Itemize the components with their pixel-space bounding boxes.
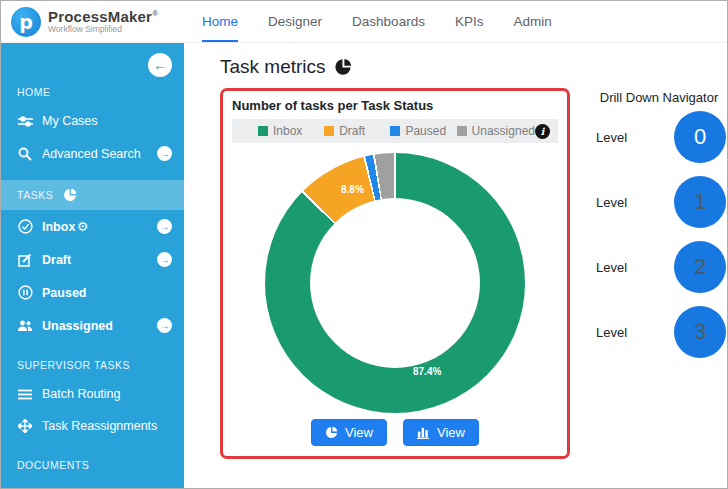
level-2-button[interactable]: 2 xyxy=(674,241,726,293)
nav-kpis[interactable]: KPIs xyxy=(455,1,484,42)
sidebar-item-my-documents[interactable]: My Documents xyxy=(1,478,184,489)
drill-down-navigator: Drill Down Navigator Level 0 Level 1 Lev… xyxy=(592,88,726,371)
sidebar-item-advanced-search[interactable]: Advanced Search → xyxy=(1,137,184,170)
sidebar-item-unassigned[interactable]: Unassigned → xyxy=(1,309,184,342)
legend-unassigned-label: Unassigned xyxy=(472,124,535,138)
sidebar-section-home: HOME xyxy=(1,77,184,105)
pie-view-label: View xyxy=(345,425,373,440)
task-reassignments-label: Task Reassignments xyxy=(42,419,172,433)
legend-item-inbox[interactable]: Inbox xyxy=(258,124,324,138)
sidebar-item-my-cases[interactable]: My Cases xyxy=(1,105,184,137)
task-status-chart-panel: Number of tasks per Task Status Inbox Dr… xyxy=(220,88,570,459)
inbox-slice-value: 87.4% xyxy=(413,366,441,377)
pause-circle-icon xyxy=(17,285,33,300)
draft-slice-value: 8.8% xyxy=(341,184,364,195)
level-1-label: Level xyxy=(596,195,627,210)
bar-view-button[interactable]: View xyxy=(403,419,479,446)
draft-swatch-icon xyxy=(324,126,334,136)
nav-admin[interactable]: Admin xyxy=(513,1,551,42)
brand-name: ProcessMaker xyxy=(48,8,152,25)
brand-text: ProcessMaker® Workflow Simplified xyxy=(48,9,158,35)
back-arrow-icon: ← xyxy=(153,57,167,73)
drill-level-0: Level 0 xyxy=(592,111,726,163)
unassigned-swatch-icon xyxy=(457,126,467,136)
paused-label: Paused xyxy=(42,286,172,300)
top-bar: p ProcessMaker® Workflow Simplified Home… xyxy=(1,1,727,43)
drill-level-1: Level 1 xyxy=(592,176,726,228)
pie-chart-icon xyxy=(325,426,338,439)
arrow-circle-right-icon[interactable]: → xyxy=(157,252,172,267)
list-icon xyxy=(17,389,33,400)
level-1-button[interactable]: 1 xyxy=(674,176,726,228)
registered-mark: ® xyxy=(152,8,158,17)
level-3-label: Level xyxy=(596,325,627,340)
sidebar-section-tasks[interactable]: TASKS xyxy=(1,180,184,210)
check-circle-icon xyxy=(17,219,33,234)
sidebar-item-inbox[interactable]: Inbox ⚙ → xyxy=(1,210,184,243)
page-title-row: Task metrics xyxy=(220,56,726,78)
legend-item-unassigned[interactable]: Unassigned xyxy=(457,124,535,138)
legend-item-paused[interactable]: Paused xyxy=(390,124,456,138)
legend-paused-label: Paused xyxy=(405,124,446,138)
chart-title: Number of tasks per Task Status xyxy=(232,98,558,113)
legend-draft-label: Draft xyxy=(339,124,365,138)
batch-routing-label: Batch Routing xyxy=(42,387,172,401)
pie-view-button[interactable]: View xyxy=(311,419,387,446)
processmaker-app: { "topbar": { "brand": { "name": "Proces… xyxy=(0,0,728,489)
sidebar-item-batch-routing[interactable]: Batch Routing xyxy=(1,378,184,410)
donut-chart[interactable]: 87.4% 8.8% xyxy=(265,153,525,413)
arrow-circle-right-icon[interactable]: → xyxy=(157,318,172,333)
users-icon xyxy=(17,319,33,332)
pie-chart-icon xyxy=(63,188,77,202)
nav-dashboards[interactable]: Dashboards xyxy=(352,1,425,42)
gear-icon[interactable]: ⚙ xyxy=(77,219,89,234)
my-cases-label: My Cases xyxy=(42,114,172,128)
section-tasks-label: TASKS xyxy=(17,189,53,201)
search-icon xyxy=(17,147,33,161)
legend-inbox-label: Inbox xyxy=(273,124,302,138)
drill-level-3: Level 3 xyxy=(592,306,726,358)
advanced-search-label: Advanced Search xyxy=(42,147,148,161)
nav-home[interactable]: Home xyxy=(202,1,238,42)
sidebar-item-paused[interactable]: Paused xyxy=(1,276,184,309)
drill-level-2: Level 2 xyxy=(592,241,726,293)
processmaker-logo-icon: p xyxy=(11,7,41,37)
level-3-button[interactable]: 3 xyxy=(674,306,726,358)
sidebar-section-documents: DOCUMENTS xyxy=(1,450,184,478)
section-home-label: HOME xyxy=(17,86,51,98)
sidebar-item-task-reassignments[interactable]: Task Reassignments xyxy=(1,410,184,442)
sidebar-item-draft[interactable]: Draft → xyxy=(1,243,184,276)
legend-item-draft[interactable]: Draft xyxy=(324,124,390,138)
sidebar-collapse-button[interactable]: ← xyxy=(148,53,172,77)
inbox-text: Inbox xyxy=(42,220,75,234)
bar-chart-icon xyxy=(417,426,430,439)
chart-view-buttons: View View xyxy=(232,419,558,449)
page-title: Task metrics xyxy=(220,56,326,78)
info-icon[interactable]: i xyxy=(535,124,550,139)
arrow-circle-right-icon[interactable]: → xyxy=(157,146,172,161)
section-supervisor-label: SUPERVISOR TASKS xyxy=(17,359,130,371)
pie-chart-icon xyxy=(334,58,352,76)
top-nav: Home Designer Dashboards KPIs Admin xyxy=(202,1,552,42)
paused-swatch-icon xyxy=(390,126,400,136)
move-icon xyxy=(17,419,33,433)
sliders-icon xyxy=(17,115,33,128)
content-area: ← HOME My Cases Advanced Search → TASKS xyxy=(1,43,727,489)
level-0-label: Level xyxy=(596,130,627,145)
main-area: Task metrics Number of tasks per Task St… xyxy=(184,43,728,489)
sidebar-section-supervisor-tasks: SUPERVISOR TASKS xyxy=(1,350,184,378)
draft-label: Draft xyxy=(42,253,148,267)
brand[interactable]: p ProcessMaker® Workflow Simplified xyxy=(11,7,158,37)
brand-tagline: Workflow Simplified xyxy=(48,25,158,34)
edit-icon xyxy=(17,253,33,267)
section-documents-label: DOCUMENTS xyxy=(17,459,89,471)
chart-legend: Inbox Draft Paused Unassigned i xyxy=(232,119,558,143)
bar-view-label: View xyxy=(437,425,465,440)
level-2-label: Level xyxy=(596,260,627,275)
level-0-button[interactable]: 0 xyxy=(674,111,726,163)
arrow-circle-right-icon[interactable]: → xyxy=(157,219,172,234)
nav-designer[interactable]: Designer xyxy=(268,1,322,42)
inbox-swatch-icon xyxy=(258,126,268,136)
inbox-label: Inbox ⚙ xyxy=(42,219,148,234)
drill-navigator-title: Drill Down Navigator xyxy=(592,90,726,105)
